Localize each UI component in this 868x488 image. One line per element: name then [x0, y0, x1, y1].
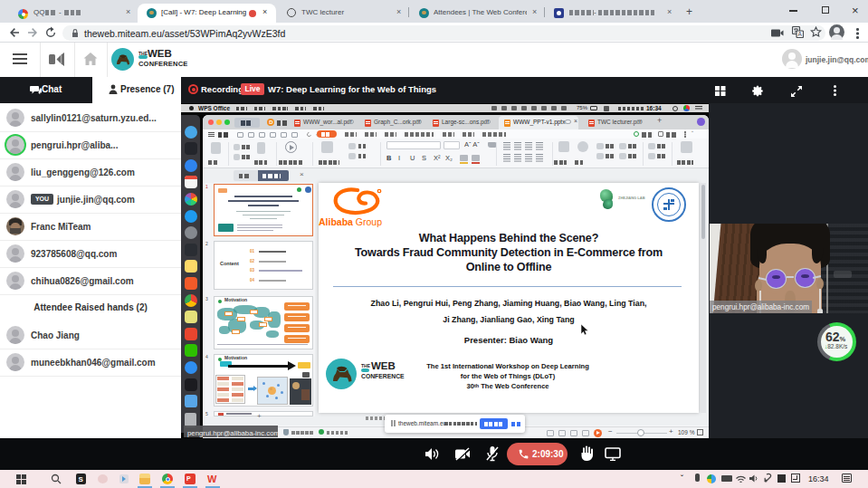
- svg-text:A: A: [798, 31, 803, 37]
